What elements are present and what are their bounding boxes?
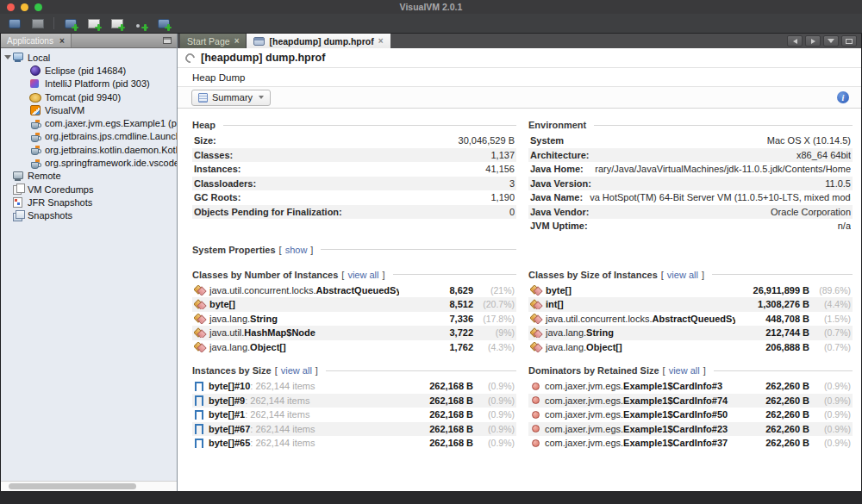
object-instance-icon: [532, 439, 540, 447]
view-all-link[interactable]: view all: [669, 365, 700, 376]
class-link[interactable]: java.lang.Object[]: [194, 342, 399, 352]
close-tab-icon[interactable]: ×: [234, 36, 240, 46]
system-properties-section: System Properties [ show ]: [192, 245, 516, 258]
tree-item-jfr-snapshots[interactable]: JFR Snapshots: [1, 196, 177, 208]
table-row[interactable]: byte[] 8,512(20.7%): [192, 297, 516, 312]
bracket: ]: [703, 365, 706, 376]
table-row[interactable]: com.jaxer.jvm.egs.Example1$CardInfo#74 2…: [528, 394, 853, 408]
table-row: Size:30,046,529 B: [192, 134, 516, 148]
table-row[interactable]: java.lang.Object[] 1,762(4.3%): [192, 340, 516, 355]
instance-link[interactable]: com.jaxer.jvm.egs.Example1$CardInfo#50: [530, 409, 735, 420]
left-arrow-icon: [793, 39, 797, 44]
class-link[interactable]: java.util.concurrent.locks.AbstractQueue…: [194, 285, 399, 296]
maximize-view-button[interactable]: [841, 35, 857, 47]
table-row[interactable]: java.util.HashMap$Node 3,722(9%): [192, 326, 516, 340]
tree-item-label: Eclipse (pid 14684): [45, 65, 126, 76]
instance-link[interactable]: byte[]#10 : 262,144 items: [194, 381, 399, 391]
bracket: [: [661, 270, 664, 280]
table-row[interactable]: java.lang.Object[] 206,888 B(0.7%): [528, 340, 853, 355]
class-link[interactable]: java.lang.String: [194, 314, 399, 324]
tab-applications[interactable]: Applications ×: [1, 34, 72, 47]
table-row[interactable]: java.lang.String 212,744 B(0.7%): [528, 326, 853, 340]
tree-item-visualvm[interactable]: VisualVM: [1, 103, 177, 116]
table-row[interactable]: byte[]#9 : 262,144 items 262,168 B(0.9%): [192, 394, 516, 408]
instance-link[interactable]: byte[]#9 : 262,144 items: [194, 395, 399, 406]
instance-link[interactable]: com.jaxer.jvm.egs.Example1$CardInfo#23: [530, 424, 735, 434]
table-row[interactable]: byte[]#10 : 262,144 items 262,168 B(0.9%…: [192, 379, 516, 394]
tree-item-tomcat[interactable]: Tomcat (pid 9940): [1, 90, 177, 103]
tree-item-vm-coredumps[interactable]: VM Coredumps: [1, 183, 177, 196]
tree-item-snapshots[interactable]: Snapshots: [1, 209, 177, 222]
tree-item-jps-launcher[interactable]: org.jetbrains.jps.cmdline.Launcher (: [1, 130, 177, 143]
table-row[interactable]: java.lang.String 7,336(17.8%): [192, 312, 516, 327]
sidebar-horizontal-scrollbar[interactable]: [1, 481, 177, 491]
minimize-sidebar-icon[interactable]: [163, 37, 172, 44]
view-selector-button[interactable]: Summary: [191, 90, 271, 106]
close-tab-icon[interactable]: ×: [59, 36, 65, 46]
table-row[interactable]: byte[]#1 : 262,144 items 262,168 B(0.9%): [192, 408, 516, 422]
add-vm-coredump-button[interactable]: [107, 16, 127, 32]
load-snapshot-button[interactable]: [4, 16, 24, 32]
zoom-window-button[interactable]: [34, 3, 42, 11]
scroll-tabs-left-button[interactable]: [787, 35, 803, 47]
intellij-icon: [29, 78, 41, 90]
add-jmx-connection-button[interactable]: [84, 16, 103, 32]
show-link[interactable]: show: [285, 245, 308, 255]
table-row[interactable]: com.jaxer.jvm.egs.Example1$CardInfo#50 2…: [528, 408, 853, 422]
instance-link[interactable]: com.jaxer.jvm.egs.Example1$CardInfo#37: [530, 438, 735, 448]
tab-heapdump[interactable]: [heapdump] dump.hprof ×: [247, 34, 390, 48]
add-application-button[interactable]: [60, 16, 80, 32]
class-link[interactable]: java.lang.String: [530, 327, 735, 338]
instance-link[interactable]: com.jaxer.jvm.egs.Example1$CardInfo#3: [530, 381, 735, 391]
class-link[interactable]: java.util.HashMap$Node: [194, 327, 399, 338]
titlebar: VisualVM 2.0.1: [0, 0, 862, 14]
add-snapshot-button[interactable]: [153, 16, 173, 32]
plus-badge-icon: [141, 24, 148, 31]
tree-item-example1[interactable]: com.jaxer.jvm.egs.Example1 (pid 1: [1, 116, 177, 129]
class-link[interactable]: byte[]: [194, 299, 399, 309]
scroll-tabs-right-button[interactable]: [805, 35, 821, 47]
instance-link[interactable]: byte[]#65 : 262,144 items: [194, 438, 399, 448]
instance-link[interactable]: byte[]#1 : 262,144 items: [194, 409, 399, 420]
save-snapshot-button[interactable]: [28, 16, 47, 32]
table-row[interactable]: com.jaxer.jvm.egs.Example1$CardInfo#3 26…: [528, 379, 853, 394]
scrollbar-thumb[interactable]: [9, 483, 136, 489]
toolbar-separator: [53, 17, 54, 29]
instance-link[interactable]: com.jaxer.jvm.egs.Example1$CardInfo#74: [530, 395, 735, 406]
tree-item-spring-vscode[interactable]: org.springframework.ide.vscode.boo: [1, 156, 177, 169]
class-link[interactable]: java.util.concurrent.locks.AbstractQueue…: [530, 314, 735, 324]
view-all-link[interactable]: view all: [347, 270, 378, 280]
view-all-link[interactable]: view all: [281, 365, 312, 376]
table-row[interactable]: byte[]#67 : 262,144 items 262,168 B(0.9%…: [192, 422, 516, 437]
instance-link[interactable]: byte[]#67 : 262,144 items: [194, 424, 399, 434]
class-link[interactable]: int[]: [530, 299, 735, 309]
object-instance-icon: [532, 425, 540, 432]
minimize-window-button[interactable]: [21, 3, 28, 11]
main-toolbar: [0, 14, 862, 34]
tree-item-eclipse[interactable]: Eclipse (pid 14684): [1, 64, 177, 77]
tree-item-remote[interactable]: Remote: [1, 170, 177, 183]
info-button[interactable]: [837, 91, 849, 103]
add-jfr-snapshot-button[interactable]: [130, 16, 150, 32]
view-all-link[interactable]: view all: [667, 270, 698, 280]
table-row[interactable]: com.jaxer.jvm.egs.Example1$CardInfo#23 2…: [528, 422, 853, 437]
table-row[interactable]: byte[]#65 : 262,144 items 262,168 B(0.9%…: [192, 436, 516, 451]
tab-start-page[interactable]: Start Page ×: [180, 34, 247, 48]
table-row[interactable]: java.util.concurrent.locks.AbstractQueue…: [528, 312, 853, 327]
class-link[interactable]: java.lang.Object[]: [530, 342, 735, 352]
table-row[interactable]: int[] 1,308,276 B(4.4%): [528, 297, 853, 312]
tab-list-button[interactable]: [823, 35, 839, 47]
window-bottom-edge: [0, 491, 862, 504]
close-tab-icon[interactable]: ×: [378, 36, 384, 46]
tree-item-intellij[interactable]: IntelliJ Platform (pid 303): [1, 78, 177, 90]
class-link[interactable]: byte[]: [530, 285, 735, 296]
table-row[interactable]: com.jaxer.jvm.egs.Example1$CardInfo#37 2…: [528, 436, 853, 451]
close-window-button[interactable]: [7, 3, 15, 11]
tree-item-local[interactable]: Local: [1, 51, 177, 64]
collapse-arrow-icon[interactable]: [3, 55, 12, 59]
applications-sidebar: Applications × Local Eclipse (pid 14684)…: [1, 34, 178, 491]
tree-item-kotlin-daemon[interactable]: org.jetbrains.kotlin.daemon.KotlinCo: [1, 143, 177, 156]
table-row[interactable]: byte[] 26,911,899 B(89.6%): [528, 283, 853, 298]
class-icon: [194, 342, 205, 352]
table-row[interactable]: java.util.concurrent.locks.AbstractQueue…: [192, 283, 516, 298]
